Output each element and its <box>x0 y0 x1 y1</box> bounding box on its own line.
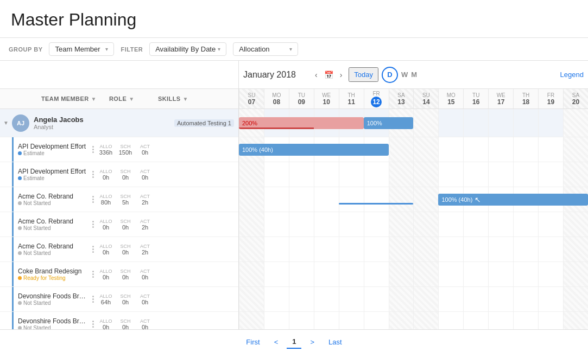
group-by-select[interactable]: Team Member ▾ <box>49 42 114 56</box>
allo-block: Allo64h <box>96 293 116 305</box>
gantt-day-cell <box>563 262 588 286</box>
act-block: Act0h <box>135 318 155 330</box>
allo-value: 0h <box>103 174 109 181</box>
gantt-day-cell <box>339 312 364 329</box>
view-toggle-d[interactable]: D <box>382 67 398 83</box>
allo-block: Allo80h <box>96 194 116 206</box>
task-name: API Development Effort <box>18 168 89 175</box>
team-member-filter-icon[interactable]: ▼ <box>91 96 97 102</box>
gantt-day-cell <box>289 212 314 237</box>
task-info: Devonshire Foods BrandingNot Started <box>17 317 90 329</box>
more-options-btn[interactable] <box>90 296 96 303</box>
right-row: 100% (40h) <box>239 137 588 162</box>
gantt-day-cell <box>339 162 364 187</box>
skills-filter-icon[interactable]: ▼ <box>183 96 188 102</box>
gantt-day-cell <box>538 212 563 237</box>
gantt-day-cell <box>438 109 463 137</box>
gantt-day-cell <box>289 162 314 187</box>
legend-link[interactable]: Legend <box>560 71 584 79</box>
gantt-day-cell <box>513 137 538 162</box>
allo-value: 0h <box>103 249 109 256</box>
gantt-day-cell <box>314 262 339 286</box>
current-page-btn[interactable]: 1 <box>287 335 301 349</box>
next-month-btn[interactable]: › <box>337 69 346 80</box>
sch-value: 0h <box>122 324 129 330</box>
gantt-day-cell <box>463 109 488 137</box>
more-options-btn[interactable] <box>90 146 96 153</box>
gantt-day-cell <box>563 109 588 137</box>
month-nav <box>0 61 238 89</box>
sch-value: 0h <box>122 224 129 231</box>
act-value: 2h <box>142 249 148 256</box>
gantt-day-cell <box>488 187 513 212</box>
next-btn[interactable]: > <box>305 336 320 348</box>
gantt-day-cell <box>413 312 438 329</box>
gantt-day-cell <box>364 109 389 137</box>
task-accent-bar <box>12 137 14 162</box>
status-dot <box>18 226 22 230</box>
more-options-btn[interactable] <box>90 246 96 253</box>
view-w-btn[interactable]: W <box>401 71 408 79</box>
expand-icon[interactable]: ▼ <box>0 120 12 126</box>
left-row: Devonshire Foods BrandingNot StartedAllo… <box>0 312 238 329</box>
allocation-select[interactable]: Allocation ▾ <box>233 42 298 56</box>
day-col: MO08 <box>264 89 289 108</box>
today-btn[interactable]: Today <box>349 67 378 82</box>
more-options-btn[interactable] <box>90 271 96 278</box>
gantt-day-cell <box>289 287 314 311</box>
gantt-day-cell <box>463 287 488 311</box>
day-col: TU16 <box>463 89 488 108</box>
act-value: 2h <box>142 224 148 231</box>
more-options-btn[interactable] <box>90 221 96 228</box>
more-options-btn[interactable] <box>90 196 96 203</box>
task-name: API Development Effort <box>18 143 89 150</box>
task-accent-bar <box>12 187 14 212</box>
gantt-day-cell <box>463 187 488 212</box>
gantt-day-cell <box>389 262 414 286</box>
prev-month-btn[interactable]: ‹ <box>312 69 321 80</box>
right-header: January 2018 ‹ 📅 › Today D W M Legend SU… <box>239 61 588 108</box>
gantt-day-cell <box>264 287 289 311</box>
more-options-btn[interactable] <box>90 171 96 178</box>
act-block: Act2h <box>135 194 155 206</box>
act-value: 0h <box>142 324 148 330</box>
day-col: WE10 <box>314 89 339 108</box>
gantt-day-cell <box>488 162 513 187</box>
sch-block: Sch0h <box>116 293 135 305</box>
gantt-day-cell <box>538 162 563 187</box>
gantt-day-cell <box>438 312 463 329</box>
gantt-day-cell <box>289 237 314 261</box>
calendar-icon[interactable]: 📅 <box>324 71 333 79</box>
last-btn[interactable]: Last <box>323 336 347 348</box>
first-btn[interactable]: First <box>241 336 265 348</box>
gantt-day-cell <box>513 312 538 329</box>
task-status: Not Started <box>18 200 89 206</box>
left-header: TEAM MEMBER ▼ ROLE ▼ SKILLS ▼ <box>0 61 239 108</box>
left-row: Acme Co. RebrandNot StartedAllo80hSch5hA… <box>0 187 238 212</box>
gantt-day-cell <box>513 162 538 187</box>
prev-btn[interactable]: < <box>269 336 284 348</box>
gantt-day-cell <box>364 312 389 329</box>
gantt-day-cell <box>364 262 389 286</box>
gantt-day-cell <box>239 262 264 286</box>
gantt-day-cell <box>264 237 289 261</box>
allo-value: 0h <box>103 274 109 280</box>
gantt-day-cell <box>364 162 389 187</box>
allo-block: Allo0h <box>96 219 116 231</box>
sch-block: Sch150h <box>116 144 135 156</box>
more-options-btn[interactable] <box>90 321 96 328</box>
sch-value: 5h <box>122 199 129 206</box>
filter-chevron-icon: ▾ <box>218 46 220 52</box>
filter-select[interactable]: Availability By Date ▾ <box>149 42 226 56</box>
gantt-day-cell <box>538 287 563 311</box>
gantt-day-cell <box>314 162 339 187</box>
gantt-day-cell <box>314 287 339 311</box>
allo-value: 80h <box>101 199 111 206</box>
allo-value: 0h <box>103 224 109 231</box>
view-m-btn[interactable]: M <box>411 71 417 79</box>
task-status: Not Started <box>18 300 89 306</box>
allocation-chevron-icon: ▾ <box>289 46 292 52</box>
gantt-day-cell <box>438 262 463 286</box>
day-col: SA20 <box>563 89 588 108</box>
role-filter-icon[interactable]: ▼ <box>129 96 134 102</box>
